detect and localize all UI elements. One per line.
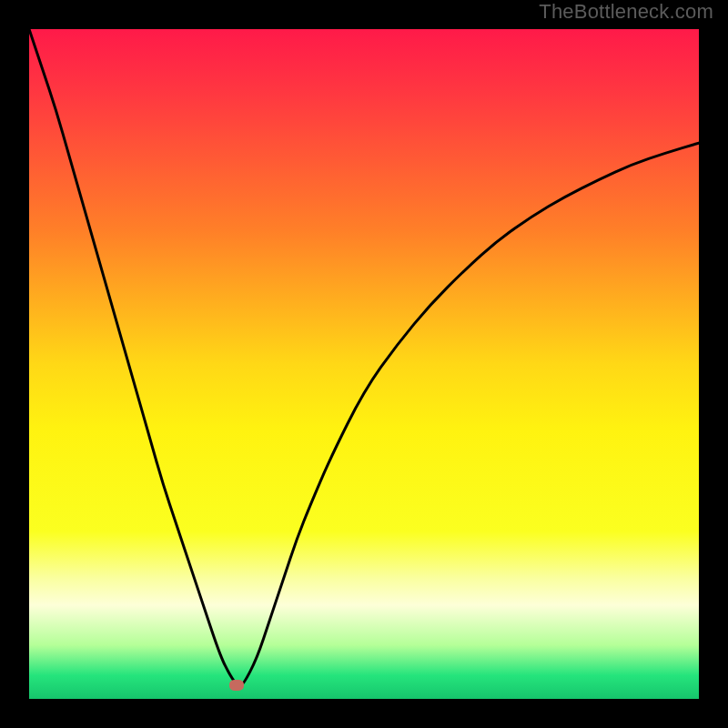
gradient-background xyxy=(29,29,699,699)
watermark-text: TheBottleneck.com xyxy=(539,0,713,24)
chart-frame: TheBottleneck.com xyxy=(0,0,728,728)
svg-rect-0 xyxy=(29,29,699,699)
plot-area xyxy=(29,29,699,699)
